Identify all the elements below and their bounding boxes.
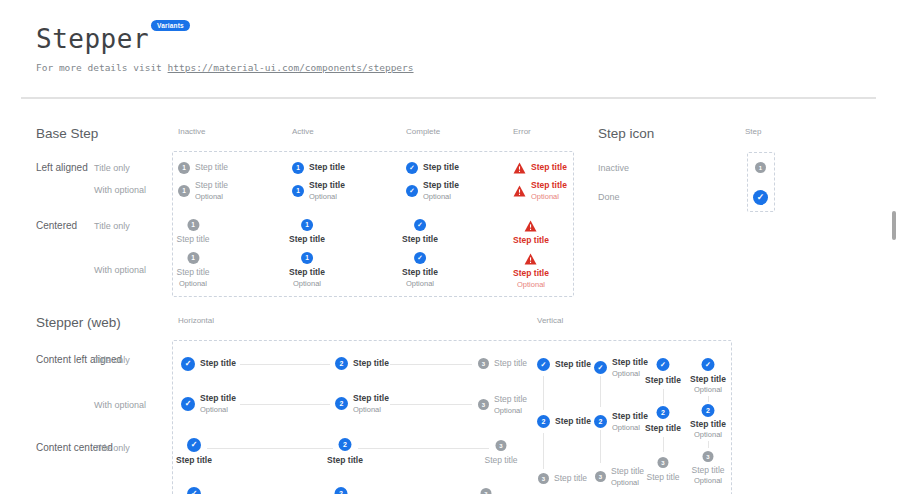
step-title: Step title: [289, 235, 325, 245]
step-connector: [708, 441, 709, 448]
step-connector: [240, 404, 330, 405]
number-step-icon: 1: [292, 185, 304, 197]
check-step-icon: ✓: [406, 162, 418, 174]
check-step-icon: ✓: [181, 357, 195, 371]
step-title: Step title: [289, 268, 325, 278]
step-title: Step title: [691, 466, 724, 476]
check-step-icon: ✓: [594, 361, 607, 374]
step-item: 1 Step title: [176, 219, 209, 245]
step-item: Step title: [513, 220, 549, 246]
step-item: 1 Step title: [292, 162, 345, 174]
step-item: ✓ Step title: [181, 357, 236, 371]
variant-label-title-only: Title only: [94, 356, 130, 365]
warning-icon: [525, 220, 538, 232]
step-item: 2 Step title: [537, 415, 591, 428]
step-title: Step title: [645, 376, 681, 386]
warning-icon: [513, 185, 526, 197]
variant-label-title-only: Title only: [94, 222, 130, 231]
step-optional: Optional: [309, 192, 345, 201]
step-item: Step title: [513, 162, 567, 174]
row-label-inactive: Inactive: [598, 164, 629, 173]
step-optional: Optional: [612, 423, 648, 432]
number-step-icon: 2: [339, 438, 352, 451]
step-item: 3 Step title Optional: [478, 395, 527, 415]
variant-label-with-optional: With optional: [94, 401, 146, 410]
group-label-left-aligned: Left aligned: [36, 163, 88, 173]
step-optional: Optional: [694, 476, 722, 485]
check-step-icon: ✓: [537, 358, 550, 371]
number-step-icon: 2: [537, 415, 550, 428]
step-title: Step title: [494, 395, 527, 405]
subtitle-text: For more details visit: [36, 62, 162, 73]
step-item: 1 Step title: [178, 162, 228, 174]
section-heading-stepper-web: Stepper (web): [36, 315, 121, 330]
step-title: Step title: [646, 473, 679, 483]
group-label-centered: Centered: [36, 221, 77, 231]
step-connector: [240, 364, 330, 365]
number-step-icon: 2: [594, 415, 607, 428]
check-step-icon: ✓: [406, 185, 418, 197]
step-title: Step title: [513, 236, 549, 246]
step-title: Step title: [176, 456, 212, 466]
check-step-icon: ✓: [657, 358, 670, 371]
step-title: Step title: [309, 163, 345, 173]
step-item: 3 Step title: [478, 358, 527, 369]
step-item: 2 Step title Optional: [335, 394, 389, 414]
column-label-step: Step: [745, 128, 761, 136]
stepper-spec-page: Stepper Variants For more details visit …: [0, 0, 900, 494]
subtitle: For more details visit https://material-…: [36, 62, 414, 73]
column-label-inactive: Inactive: [178, 128, 206, 136]
step-connector: [708, 396, 709, 402]
number-step-icon: 3: [658, 457, 669, 468]
subtitle-link[interactable]: https://material-ui.com/components/stepp…: [168, 62, 414, 73]
column-label-active: Active: [292, 128, 314, 136]
step-item: ✓ Step title: [402, 219, 438, 245]
step-connector: [207, 448, 333, 449]
number-step-icon: 2: [657, 406, 670, 419]
check-step-icon: ✓: [414, 219, 426, 231]
number-step-icon: 1: [301, 219, 313, 231]
step-connector: [600, 430, 601, 463]
number-step-icon: 2: [335, 357, 348, 370]
column-label-vertical: Vertical: [537, 317, 563, 325]
step-item: 2 Step title: [335, 357, 389, 370]
step-optional: Optional: [611, 478, 644, 487]
step-item: ✓ Step title Optional: [406, 181, 459, 201]
check-step-icon: ✓: [187, 487, 201, 494]
step-optional: Optional: [179, 279, 207, 288]
step-title: Step title: [309, 181, 345, 191]
step-item: 2 Step title Optional: [594, 412, 648, 432]
number-step-icon: 1: [178, 162, 190, 174]
number-step-icon: 3: [481, 488, 492, 494]
step-title: Step title: [200, 359, 236, 369]
step-item: 3 Step title: [538, 473, 587, 484]
step-title: Step title: [423, 163, 459, 173]
step-optional: Optional: [195, 192, 228, 201]
step-connector: [390, 364, 472, 365]
number-step-icon: 1: [187, 252, 199, 264]
step-optional: Optional: [694, 430, 722, 439]
page-title: Stepper: [36, 24, 149, 54]
scrollbar-thumb[interactable]: [892, 211, 896, 240]
step-title: Step title: [402, 268, 438, 278]
number-step-icon: 2: [335, 397, 348, 410]
check-step-icon: ✓: [702, 358, 715, 371]
step-title: Step title: [531, 163, 567, 173]
step-title: Step title: [195, 163, 228, 173]
step-optional: Optional: [293, 279, 321, 288]
step-connector: [543, 433, 544, 469]
step-item: 1 Step title: [289, 219, 325, 245]
check-step-icon: ✓: [187, 438, 201, 452]
column-label-horizontal: Horizontal: [178, 317, 214, 325]
step-item: ✓ Step title: [537, 358, 591, 371]
number-step-icon: 1: [292, 162, 304, 174]
step-title: Step title: [353, 394, 389, 404]
step-title: Step title: [555, 417, 591, 427]
step-optional: Optional: [694, 385, 722, 394]
number-step-icon: 3: [538, 473, 549, 484]
warning-icon: [513, 162, 526, 174]
step-title: Step title: [423, 181, 459, 191]
step-title: Step title: [690, 375, 726, 385]
step-title: Step title: [402, 235, 438, 245]
variant-label-title-only: Title only: [94, 164, 130, 173]
